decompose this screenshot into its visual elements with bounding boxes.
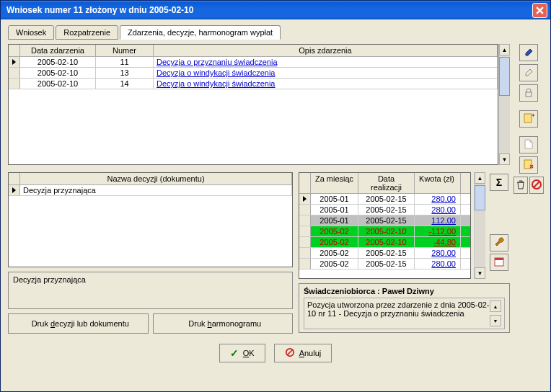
note-button[interactable]: ✶ <box>519 110 538 128</box>
lock-button[interactable] <box>519 84 538 102</box>
forbidden-icon <box>531 179 542 192</box>
print-decision-button[interactable]: Druk decyzji lub dokumentu <box>8 313 149 334</box>
amount-link[interactable]: 280,00 <box>431 205 456 214</box>
window-title: Wniosek numer 11 złożony w dniu 2005-02-… <box>6 5 532 15</box>
amount-link[interactable]: 280,00 <box>431 249 456 257</box>
scroll-down-icon[interactable]: ▼ <box>475 267 485 279</box>
row-indicator-icon <box>9 57 20 67</box>
eraser-button[interactable] <box>519 44 538 61</box>
recipient-panel: Świadczeniobiorca : Paweł Dziwny Pozycja… <box>299 283 510 333</box>
col-number[interactable]: Numer <box>96 45 154 56</box>
tool-button-1[interactable] <box>490 234 508 251</box>
events-row[interactable]: 2005-02-10 14 Decyzja o windykacji świad… <box>9 79 498 89</box>
check-icon: ✓ <box>230 347 239 359</box>
row-header-corner <box>9 45 20 56</box>
titlebar: Wniosek numer 11 złożony w dniu 2005-02-… <box>1 1 550 19</box>
schedule-row[interactable]: 2005-022005-02-10-112,00 <box>299 226 470 237</box>
eraser-icon <box>523 46 534 59</box>
schedule-row[interactable]: 2005-012005-02-15280,00 <box>299 205 470 215</box>
events-row[interactable]: 2005-02-10 13 Decyzja o windykacji świad… <box>9 68 498 79</box>
recipient-label: Świadczeniobiorca : Paweł Dziwny <box>304 287 505 295</box>
svg-line-19 <box>287 350 292 355</box>
events-row[interactable]: 2005-02-10 11 Decyzja o przyznaniu świad… <box>9 57 498 68</box>
tab-rozpatrzenie[interactable]: Rozpatrzenie <box>56 25 118 40</box>
tool-button-2[interactable] <box>490 254 508 271</box>
trash-icon <box>515 179 526 192</box>
col-realization-date[interactable]: Data realizacji <box>358 173 415 193</box>
decision-description: Decyzja przyznająca <box>8 272 293 309</box>
schedule-scrollbar[interactable]: ▲ ▼ <box>474 172 485 279</box>
scroll-down-icon[interactable]: ▼ <box>490 315 501 326</box>
print-schedule-button[interactable]: Druk harmonogramu <box>153 313 294 334</box>
event-link[interactable]: Decyzja o windykacji świadczenia <box>157 79 275 88</box>
forbidden-icon <box>285 347 295 359</box>
amount-link[interactable]: -44,80 <box>433 238 456 246</box>
svg-rect-9 <box>495 258 503 260</box>
events-scrollbar[interactable]: ▲ ▼ <box>498 44 510 165</box>
decisions-row[interactable]: Decyzja przyznająca <box>9 185 292 196</box>
scroll-up-icon[interactable]: ▲ <box>490 300 501 312</box>
note-x-icon <box>523 159 534 172</box>
delete-button[interactable] <box>513 177 528 194</box>
scroll-up-icon[interactable]: ▲ <box>499 44 510 55</box>
col-date[interactable]: Data zdarzenia <box>20 45 96 56</box>
schedule-grid[interactable]: Za miesiąc Data realizacji Kwota (zł) 20… <box>299 172 471 279</box>
col-month[interactable]: Za miesiąc <box>311 173 358 193</box>
event-link[interactable]: Decyzja o windykacji świadczenia <box>157 68 275 77</box>
eraser2-button[interactable] <box>519 64 538 81</box>
schedule-row[interactable]: 2005-012005-02-15280,00 <box>299 194 470 205</box>
svg-text:✶: ✶ <box>531 112 534 119</box>
schedule-row[interactable]: 2005-012005-02-15112,00 <box>299 215 470 226</box>
sum-button[interactable]: Σ <box>490 174 508 191</box>
new-doc-button[interactable] <box>519 136 538 153</box>
wrench-icon <box>493 236 505 249</box>
amount-link[interactable]: 280,00 <box>431 195 456 203</box>
col-desc[interactable]: Opis zdarzenia <box>154 45 498 56</box>
ok-button[interactable]: ✓ OK <box>219 344 265 362</box>
events-grid[interactable]: Data zdarzenia Numer Opis zdarzenia 2005… <box>8 44 498 165</box>
schedule-row[interactable]: 2005-022005-02-15280,00 <box>299 248 470 259</box>
scroll-up-icon[interactable]: ▲ <box>475 172 485 184</box>
scroll-down-icon[interactable]: ▼ <box>499 153 510 165</box>
sigma-icon: Σ <box>496 177 502 188</box>
schedule-row[interactable]: 2005-022005-02-15280,00 <box>299 259 470 270</box>
recipient-details: Pozycja utworzona przez zdarzenie z dnia… <box>307 300 490 326</box>
lock-icon <box>523 86 534 99</box>
event-link[interactable]: Decyzja o przyznaniu świadczenia <box>157 58 278 66</box>
decisions-grid[interactable]: Nazwa decyzji (dokumentu) Decyzja przyzn… <box>8 172 293 267</box>
document-new-icon <box>523 138 534 151</box>
calendar-icon <box>493 256 505 269</box>
note-x-button[interactable] <box>519 156 538 174</box>
amount-link[interactable]: -112,00 <box>429 227 456 236</box>
cancel-button[interactable]: Anuluj <box>274 344 332 362</box>
svg-rect-12 <box>526 92 532 97</box>
tab-wniosek[interactable]: Wniosek <box>8 25 54 40</box>
row-indicator-icon <box>9 185 20 195</box>
amount-link[interactable]: 112,00 <box>431 216 456 225</box>
col-amount[interactable]: Kwota (zł) <box>415 173 461 193</box>
tab-zdarzenia[interactable]: Zdarzenia, decyzje, harmonogram wypłat <box>120 25 281 40</box>
eraser-outline-icon <box>523 66 534 79</box>
forbidden-button[interactable] <box>529 177 544 194</box>
svg-line-17 <box>534 182 539 187</box>
schedule-row[interactable]: 2005-022005-02-10-44,80 <box>299 237 470 248</box>
close-button[interactable] <box>532 3 547 18</box>
col-decision-name[interactable]: Nazwa decyzji (dokumentu) <box>20 173 292 184</box>
amount-link[interactable]: 280,00 <box>431 259 456 268</box>
note-plus-icon: ✶ <box>523 112 534 125</box>
tab-bar: Wniosek Rozpatrzenie Zdarzenia, decyzje,… <box>8 25 543 40</box>
